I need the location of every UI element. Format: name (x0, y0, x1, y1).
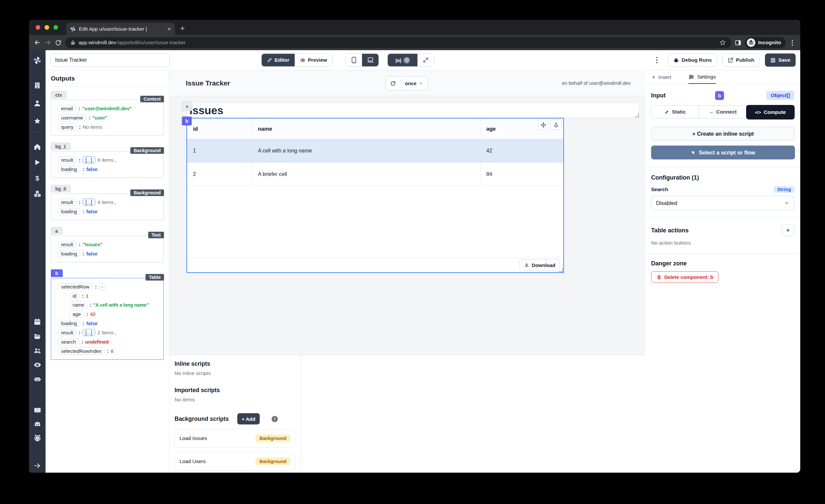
folders-icon[interactable] (29, 333, 46, 340)
output-row[interactable]: selectedRow:- (58, 283, 160, 290)
component-b-tag[interactable]: b (182, 117, 192, 126)
output-key[interactable]: result (58, 241, 77, 248)
new-tab-button[interactable]: + (180, 24, 185, 32)
zoom-window-button[interactable] (54, 25, 58, 30)
output-key[interactable]: selectedRowIndex (58, 348, 105, 355)
tab-close-icon[interactable]: × (167, 26, 171, 32)
table-cell[interactable]: A cell with a long name (252, 139, 480, 163)
schedules-calendar-icon[interactable] (29, 318, 46, 326)
groups-users-gear-icon[interactable] (29, 347, 46, 355)
output-key[interactable]: result (58, 199, 77, 206)
resources-dice-icon[interactable] (29, 190, 46, 198)
component-a-text[interactable]: Issues (186, 103, 640, 118)
variables-dollar-icon[interactable]: $ (29, 174, 46, 182)
component-b-table[interactable]: id name age 1 A cell with a long name (186, 118, 564, 273)
output-key[interactable]: loading (58, 208, 80, 215)
background-script-item[interactable]: Load Users Background (174, 452, 295, 471)
background-script-item[interactable]: Load Issues Background (174, 429, 295, 447)
output-row[interactable]: result:"Issues" (58, 241, 160, 248)
table-cell[interactable]: A briefer cell (252, 163, 480, 186)
output-row[interactable]: search:undefined (58, 338, 160, 345)
add-action-button[interactable]: + (781, 224, 794, 236)
output-key[interactable]: loading (58, 320, 80, 327)
browser-tab[interactable]: Edit App u/user/issue-tracker | × (66, 23, 175, 35)
output-row[interactable]: query:No items (58, 124, 160, 130)
preview-tab-button[interactable]: Preview (295, 54, 332, 66)
move-handle-icon[interactable] (538, 120, 549, 130)
download-button[interactable]: Download (519, 260, 560, 271)
address-bar[interactable]: app.windmill.dev/apps/edit/u/user/issue-… (65, 37, 731, 48)
output-key[interactable]: username (58, 114, 86, 121)
output-row[interactable]: result:[...]8 items, (58, 156, 160, 163)
output-row[interactable]: loading:false (58, 166, 160, 172)
compute-mode-button[interactable]: </> Compute (746, 105, 795, 120)
output-key[interactable]: query (58, 124, 77, 130)
output-row[interactable]: username:"user" (58, 114, 160, 121)
resize-handle[interactable] (635, 113, 639, 117)
minimize-window-button[interactable] (45, 25, 49, 30)
mobile-view-button[interactable] (346, 54, 362, 66)
output-key[interactable]: result (58, 329, 77, 336)
output-key[interactable]: age (69, 310, 84, 317)
output-key[interactable]: loading (58, 166, 80, 172)
back-icon[interactable] (34, 39, 41, 46)
desktop-view-button[interactable] (362, 54, 378, 66)
home-icon[interactable] (29, 143, 46, 150)
editor-tab-button[interactable]: Editor (262, 54, 295, 66)
output-card-id-badge[interactable]: a (51, 227, 63, 235)
app-name-input[interactable]: Issue Tracker (50, 54, 170, 67)
array-expand-pill[interactable]: [...] (82, 156, 95, 163)
array-expand-pill[interactable]: [...] (82, 329, 95, 336)
save-button[interactable]: Save (765, 54, 796, 67)
output-row[interactable]: email:"user@windmill.dev" (58, 105, 160, 112)
output-card-id-badge[interactable]: bg_1 (51, 143, 71, 150)
refresh-mode-dropdown[interactable]: once (401, 77, 427, 90)
table-row[interactable]: 2 A briefer cell 84 (187, 163, 563, 186)
output-row[interactable]: name:"A cell with a long name" (69, 302, 160, 308)
output-row[interactable]: result:[...]4 items, (58, 199, 160, 206)
output-row[interactable]: selectedRowIndex:0 (58, 348, 160, 355)
publish-button[interactable]: Publish (722, 54, 760, 67)
workspace-building-icon[interactable] (29, 82, 46, 89)
anchor-icon[interactable] (551, 120, 561, 130)
refresh-button[interactable] (386, 77, 400, 90)
output-key[interactable]: search (58, 338, 79, 345)
column-header[interactable]: name (252, 119, 480, 139)
fullscreen-button[interactable] (418, 54, 434, 66)
docs-book-icon[interactable] (29, 407, 46, 414)
table-row-selected[interactable]: 1 A cell with a long name 42 (187, 139, 563, 163)
browser-menu-icon[interactable]: ⋮ (789, 39, 796, 47)
output-row[interactable]: loading:false (58, 320, 160, 327)
windmill-logo-icon[interactable] (29, 56, 46, 65)
output-key[interactable]: selectedRow (58, 283, 93, 290)
create-inline-script-button[interactable]: + Create an inline script (651, 127, 795, 141)
output-key[interactable]: email (58, 105, 76, 112)
connect-mode-button[interactable]: → Connect (699, 105, 746, 119)
app-canvas[interactable]: Issue Tracker once on behalf of user@win… (169, 70, 645, 355)
runs-play-icon[interactable] (29, 159, 46, 166)
collapse-pill[interactable]: - (99, 283, 105, 290)
output-key[interactable]: name (69, 302, 87, 308)
output-key[interactable]: result (58, 156, 77, 163)
resize-handle[interactable] (559, 268, 563, 272)
audit-eye-icon[interactable] (29, 361, 46, 369)
forward-icon[interactable] (44, 39, 52, 46)
component-a-tag[interactable]: a (182, 101, 193, 111)
output-key[interactable]: loading (58, 250, 80, 257)
output-row[interactable]: age:42 (69, 310, 160, 317)
tab-settings[interactable]: Settings (688, 70, 716, 84)
tab-insert[interactable]: + Insert (652, 70, 671, 84)
table-cell[interactable]: 2 (187, 163, 252, 186)
output-card-id-badge[interactable]: ctx (51, 91, 67, 99)
reload-icon[interactable] (55, 39, 62, 46)
column-header[interactable]: id (187, 119, 252, 139)
delete-component-button[interactable]: Delete component: b (651, 271, 719, 283)
ai-robot-icon[interactable] (29, 375, 46, 383)
table-cell[interactable]: 1 (187, 139, 252, 163)
bookmark-star-icon[interactable] (720, 39, 726, 46)
output-key[interactable]: id (69, 292, 80, 299)
output-card-id-badge[interactable]: b (51, 269, 63, 277)
debug-runs-button[interactable]: Debug Runs (668, 54, 717, 67)
add-background-script-button[interactable]: + Add (237, 413, 260, 424)
output-row[interactable]: result:[...]2 items, (58, 329, 160, 336)
